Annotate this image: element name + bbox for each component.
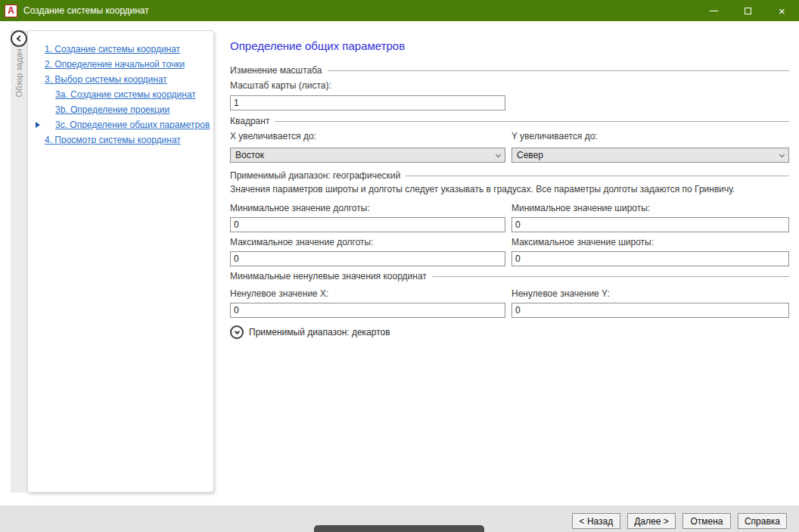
section-geo-legend: Применимый диапазон: географический [230, 170, 789, 182]
nav-row-active: 3c. Определение общих параметров [36, 117, 213, 132]
sidebar-item-step1[interactable]: 1. Создание системы координат [45, 44, 180, 54]
main-content: Определение общих параметров Изменение м… [230, 21, 789, 341]
y-direction-value: Север [517, 150, 780, 160]
nav-row: 4. Просмотр системы координат [36, 132, 213, 148]
max-latitude-input[interactable] [511, 251, 789, 266]
min-longitude-label: Минимальное значение долготы: [230, 203, 505, 215]
section-divider [328, 70, 789, 71]
chevron-down-icon [234, 328, 239, 334]
task-pane-strip-label: Обзор задач [14, 48, 24, 99]
chevron-down-icon [496, 151, 501, 157]
nonzero-y-input[interactable] [511, 303, 789, 318]
nav-row: 1. Создание системы координат [36, 42, 213, 57]
nonzero-x-label: Ненулевое значение X: [230, 288, 505, 300]
expand-circle-icon [230, 325, 244, 339]
task-pane-collapse-button[interactable] [11, 30, 27, 47]
back-button[interactable]: < Назад [572, 513, 620, 529]
max-longitude-input[interactable] [230, 251, 505, 266]
nonzero-x-input[interactable] [230, 303, 505, 318]
close-icon: × [779, 5, 785, 17]
sidebar-item-step3c[interactable]: 3c. Определение общих параметров [55, 120, 210, 130]
y-direction-label: Y увеличивается до: [511, 131, 789, 143]
close-button[interactable]: × [765, 0, 799, 21]
wizard-window: A Создание системы координат × Обзор зад… [0, 0, 799, 532]
minimize-button[interactable] [697, 0, 731, 21]
sidebar-item-step3b[interactable]: 3b. Определение проекции [55, 104, 169, 115]
sidebar-item-step3[interactable]: 3. Выбор системы координат [45, 74, 167, 85]
cartesian-expander-label: Применимый диапазон: декартов [249, 327, 390, 338]
next-button[interactable]: Далее > [627, 513, 676, 529]
section-scale-legend: Изменение масштаба [230, 64, 789, 76]
window-title: Создание системы координат [23, 5, 149, 16]
cartesian-range-expander[interactable]: Применимый диапазон: декартов [230, 324, 789, 341]
min-longitude-input[interactable] [230, 217, 505, 232]
nav-row: 3. Выбор системы координат [36, 72, 213, 87]
map-scale-label: Масштаб карты (листа): [230, 80, 789, 92]
x-direction-label: X увеличивается до: [230, 131, 505, 143]
x-direction-value: Восток [235, 150, 496, 160]
max-latitude-label: Максимальное значение широты: [511, 237, 789, 249]
active-step-marker [36, 122, 40, 128]
section-divider [275, 121, 789, 122]
taskbar-fragment [314, 525, 484, 532]
min-latitude-input[interactable] [511, 217, 789, 232]
sidebar-item-step2[interactable]: 2. Определение начальной точки [45, 59, 185, 70]
nav-row: 2. Определение начальной точки [36, 57, 213, 72]
y-direction-select[interactable]: Север [511, 148, 789, 163]
min-latitude-label: Минимальное значение широты: [511, 203, 789, 215]
section-divider [406, 176, 789, 176]
window-controls: × [697, 0, 799, 21]
section-nonzero-legend: Минимальные ненулевые значения координат [230, 270, 789, 282]
sidebar-item-step4[interactable]: 4. Просмотр системы координат [45, 135, 181, 145]
app-icon-letter: A [8, 5, 14, 16]
chevron-left-icon [17, 36, 23, 42]
nav-row: 3a. Создание системы координат [36, 87, 213, 102]
footer-bar: < Назад Далее > Отмена Справка [0, 506, 799, 532]
map-scale-input[interactable] [230, 95, 505, 110]
section-quadrant-legend: Квадрант [230, 115, 789, 127]
maximize-button[interactable] [731, 0, 765, 21]
app-icon: A [5, 5, 17, 17]
task-overview-panel: 1. Создание системы координат 2. Определ… [27, 30, 214, 493]
task-pane-strip: Обзор задач [11, 30, 27, 493]
nonzero-y-label: Ненулевое значение Y: [511, 288, 789, 300]
x-direction-select[interactable]: Восток [230, 148, 505, 163]
page-title: Определение общих параметров [230, 39, 789, 54]
cancel-button[interactable]: Отмена [682, 513, 731, 529]
chevron-down-icon [779, 151, 785, 157]
help-button[interactable]: Справка [738, 513, 787, 529]
titlebar: A Создание системы координат × [0, 0, 799, 21]
section-divider [432, 276, 789, 277]
sidebar-item-step3a[interactable]: 3a. Создание системы координат [55, 89, 196, 100]
geo-note: Значения параметров широты и долготы сле… [230, 184, 789, 196]
max-longitude-label: Максимальное значение долготы: [230, 237, 505, 249]
nav-row: 3b. Определение проекции [36, 102, 213, 117]
maximize-icon [745, 8, 751, 14]
minimize-icon [710, 11, 718, 11]
footer-buttons: < Назад Далее > Отмена Справка [572, 513, 787, 529]
